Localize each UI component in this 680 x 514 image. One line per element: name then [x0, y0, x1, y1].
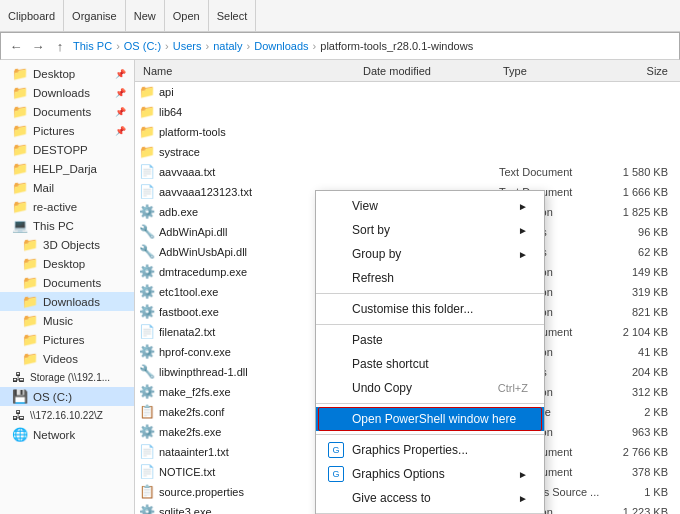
path-folder[interactable]: platform-tools_r28.0.1-windows [320, 40, 473, 52]
sidebar-item-videos[interactable]: 📁 Videos [0, 349, 134, 368]
up-button[interactable]: ↑ [51, 37, 69, 55]
folder-icon: 📁 [22, 313, 38, 328]
sidebar-item-downloads-pinned[interactable]: 📁 Downloads 📌 [0, 83, 134, 102]
path-drive[interactable]: OS (C:) [124, 40, 161, 52]
sidebar-item-desktop-pinned[interactable]: 📁 Desktop 📌 [0, 64, 134, 83]
context-menu-item-group-by[interactable]: Group by► [316, 242, 544, 266]
menu-item-label: Graphics Options [352, 467, 445, 481]
context-menu-item-graphics-options[interactable]: GGraphics Options► [316, 462, 544, 486]
file-name: aavvaaa.txt [159, 166, 215, 178]
sidebar-item-downloads[interactable]: 📁 Downloads [0, 292, 134, 311]
sidebar-item-network-z[interactable]: 🖧 \\172.16.10.22\Z [0, 406, 134, 425]
nav-buttons: ← → ↑ [7, 37, 69, 55]
col-header-type[interactable]: Type [499, 65, 619, 77]
file-name: make2fs.exe [159, 426, 221, 438]
context-menu-item-graphics-properties[interactable]: GGraphics Properties... [316, 438, 544, 462]
file-size: 149 KB [619, 266, 676, 278]
submenu-arrow-icon: ► [518, 225, 528, 236]
file-type-icon: 📁 [139, 144, 155, 159]
menu-item-label: Open PowerShell window here [352, 412, 516, 426]
col-header-size[interactable]: Size [619, 65, 676, 77]
col-header-date[interactable]: Date modified [359, 65, 499, 77]
file-type-icon: 🔧 [139, 244, 155, 259]
file-size: 821 KB [619, 306, 676, 318]
context-menu-item-sort-by[interactable]: Sort by► [316, 218, 544, 242]
file-type-icon: ⚙️ [139, 204, 155, 219]
file-name: etc1tool.exe [159, 286, 218, 298]
sidebar-item-pictures[interactable]: 📁 Pictures [0, 330, 134, 349]
sidebar-item-3dobjects[interactable]: 📁 3D Objects [0, 235, 134, 254]
path-this-pc[interactable]: This PC [73, 40, 112, 52]
table-row[interactable]: 📁 api [135, 82, 680, 102]
file-size: 41 KB [619, 346, 676, 358]
menu-icon [328, 301, 344, 317]
menu-item-label: View [352, 199, 378, 213]
context-menu-item-paste[interactable]: Paste [316, 328, 544, 352]
sidebar-item-network[interactable]: 🌐 Network [0, 425, 134, 444]
path-user[interactable]: nataly [213, 40, 242, 52]
file-type: Text Document [499, 166, 619, 178]
menu-separator [316, 324, 544, 325]
network-icon: 🖧 [12, 370, 25, 385]
folder-icon: 📁 [12, 142, 28, 157]
sidebar-item-re-active[interactable]: 📁 re-active [0, 197, 134, 216]
file-type-icon: 🔧 [139, 364, 155, 379]
sidebar-item-mail[interactable]: 📁 Mail [0, 178, 134, 197]
sidebar-item-help-darja[interactable]: 📁 HELP_Darja [0, 159, 134, 178]
sidebar-item-thispc[interactable]: 💻 This PC [0, 216, 134, 235]
menu-icon [328, 222, 344, 238]
file-name: hprof-conv.exe [159, 346, 231, 358]
forward-button[interactable]: → [29, 37, 47, 55]
file-type-icon: 📁 [139, 84, 155, 99]
breadcrumb: This PC › OS (C:) › Users › nataly › Dow… [73, 40, 673, 52]
file-name: make2fs.conf [159, 406, 224, 418]
toolbar-new: New [126, 0, 165, 31]
context-menu-item-open-powershell-window-here[interactable]: Open PowerShell window here [316, 407, 544, 431]
file-type-icon: ⚙️ [139, 304, 155, 319]
folder-icon: 📁 [12, 85, 28, 100]
file-name: systrace [159, 146, 200, 158]
file-name: filenata2.txt [159, 326, 215, 338]
col-header-name[interactable]: Name [139, 65, 359, 77]
back-button[interactable]: ← [7, 37, 25, 55]
table-row[interactable]: 📁 systrace [135, 142, 680, 162]
context-menu-item-customise-this-folder[interactable]: Customise this folder... [316, 297, 544, 321]
sidebar-item-documents[interactable]: 📁 Documents [0, 273, 134, 292]
toolbar-open: Open [165, 0, 209, 31]
file-name: source.properties [159, 486, 244, 498]
path-users[interactable]: Users [173, 40, 202, 52]
menu-item-label: Graphics Properties... [352, 443, 468, 457]
sidebar-item-os-c[interactable]: 💾 OS (C:) [0, 387, 134, 406]
table-row[interactable]: 📄 aavvaaa.txt Text Document 1 580 KB [135, 162, 680, 182]
context-menu-item-undo-copy[interactable]: Undo CopyCtrl+Z [316, 376, 544, 400]
file-size: 2 104 KB [619, 326, 676, 338]
table-row[interactable]: 📁 platform-tools [135, 122, 680, 142]
submenu-arrow-icon: ► [518, 493, 528, 504]
folder-icon: 📁 [22, 294, 38, 309]
file-area: Name Date modified Type Size 📁 api 📁 lib… [135, 60, 680, 514]
file-size: 204 KB [619, 366, 676, 378]
sidebar-item-storage[interactable]: 🖧 Storage (\\192.1... [0, 368, 134, 387]
context-menu-item-give-access-to[interactable]: Give access to► [316, 486, 544, 510]
menu-icon [328, 411, 344, 427]
path-downloads[interactable]: Downloads [254, 40, 308, 52]
file-size: 1 666 KB [619, 186, 676, 198]
folder-icon: 📁 [12, 161, 28, 176]
sidebar-item-desktop[interactable]: 📁 Desktop [0, 254, 134, 273]
file-name: make_f2fs.exe [159, 386, 231, 398]
file-type-icon: 📄 [139, 324, 155, 339]
folder-icon: 📁 [22, 256, 38, 271]
table-row[interactable]: 📁 lib64 [135, 102, 680, 122]
sidebar-item-documents-pinned[interactable]: 📁 Documents 📌 [0, 102, 134, 121]
file-type-icon: 📄 [139, 444, 155, 459]
file-type-icon: 🔧 [139, 224, 155, 239]
menu-icon [328, 490, 344, 506]
sidebar-item-pictures-pinned[interactable]: 📁 Pictures 📌 [0, 121, 134, 140]
context-menu-item-refresh[interactable]: Refresh [316, 266, 544, 290]
sidebar-item-destopp[interactable]: 📁 DESTOPP [0, 140, 134, 159]
sidebar-item-music[interactable]: 📁 Music [0, 311, 134, 330]
context-menu-item-view[interactable]: View► [316, 194, 544, 218]
context-menu-item-paste-shortcut[interactable]: Paste shortcut [316, 352, 544, 376]
file-size: 378 KB [619, 466, 676, 478]
menu-icon [328, 198, 344, 214]
